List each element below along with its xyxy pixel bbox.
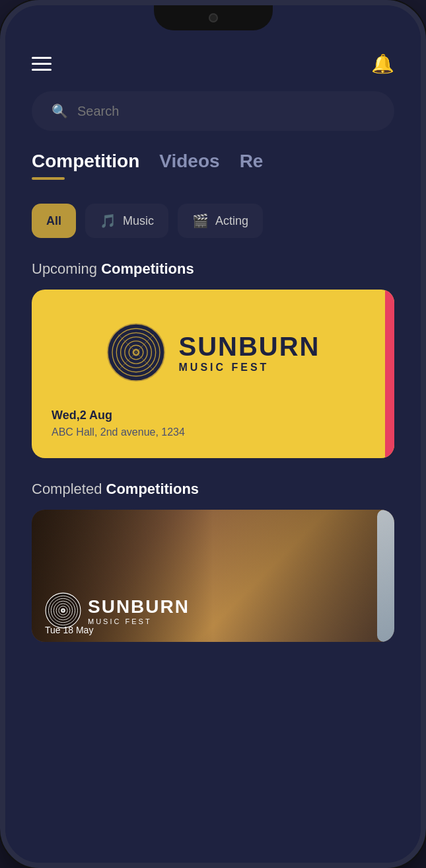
notch-camera [209,13,218,22]
completed-event-date: Tue 18 May [45,625,93,635]
search-icon: 🔍 [52,103,68,119]
event-date: Wed,2 Aug [52,409,374,422]
vinyl-logo [106,323,166,382]
chip-acting[interactable]: 🎬 Acting [178,204,263,238]
notification-button[interactable]: 🔔 [371,52,394,75]
phone-notch [154,5,273,30]
bell-icon: 🔔 [371,53,394,75]
menu-button[interactable] [32,57,52,71]
chip-acting-label: Acting [215,214,248,228]
brand-subtitle: MUSIC FEST [179,362,320,374]
search-input[interactable] [77,104,374,119]
completed-brand-text: SUNBURN MUSIC FEST [88,596,190,625]
completed-section-title: Completed Competitions [32,481,394,498]
upcoming-section-title: Upcoming Competitions [32,260,394,278]
brand-name: SUNBURN MUSIC FEST [179,332,320,374]
tab-bar: Competition Videos Re [32,151,394,185]
chip-music-label: Music [123,214,154,228]
acting-icon: 🎬 [192,213,209,229]
completed-card-bg: SUNBURN MUSIC FEST [32,510,394,642]
chip-all[interactable]: All [32,204,76,238]
header: 🔔 [25,52,401,75]
event-location: ABC Hall, 2nd avenue, 1234 [52,426,374,438]
chip-music[interactable]: 🎵 Music [85,204,168,238]
completed-card-logo: SUNBURN MUSIC FEST [45,592,190,629]
completed-brand-title: SUNBURN [88,596,190,617]
music-icon: 🎵 [100,213,116,229]
phone-frame: 🔔 🔍 Competition Videos Re All 🎵 Music 🎬 … [0,0,426,868]
screen: 🔔 🔍 Competition Videos Re All 🎵 Music 🎬 … [5,5,421,863]
completed-brand-subtitle: MUSIC FEST [88,617,190,625]
upcoming-competition-card[interactable]: SUNBURN MUSIC FEST Wed,2 Aug ABC Hall, 2… [32,290,394,458]
svg-point-15 [62,610,64,612]
card-logo-area: SUNBURN MUSIC FEST [52,309,374,402]
completed-vinyl-logo [45,592,81,629]
completed-card-right-peek [377,510,394,642]
tab-results[interactable]: Re [240,151,264,185]
tab-videos[interactable]: Videos [159,151,219,185]
brand-title: SUNBURN [179,332,320,362]
filter-chips: All 🎵 Music 🎬 Acting [32,204,394,238]
search-bar[interactable]: 🔍 [32,91,394,131]
tab-competition[interactable]: Competition [32,151,139,185]
card-right-peek [385,290,394,458]
completed-competition-card[interactable]: SUNBURN MUSIC FEST Tue 18 May [32,510,394,642]
